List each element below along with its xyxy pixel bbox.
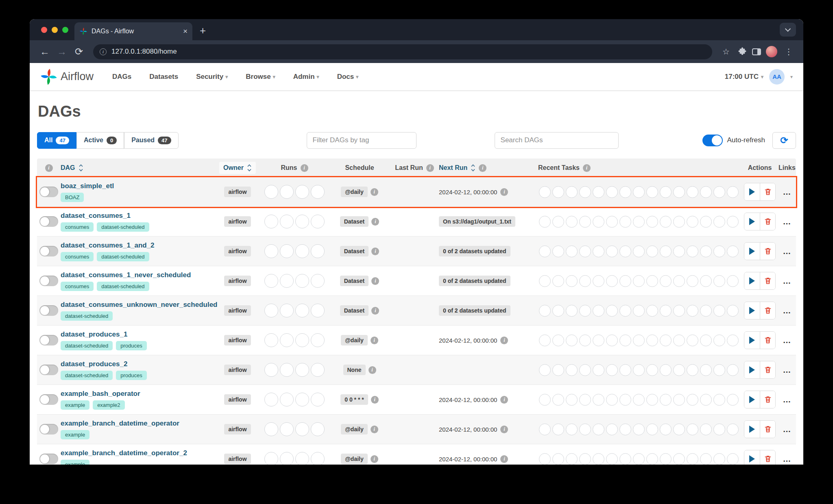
dag-tag[interactable]: dataset-scheduled	[97, 252, 149, 261]
recent-task-circle[interactable]	[727, 364, 739, 376]
recent-task-circle[interactable]	[646, 186, 658, 198]
recent-task-circle[interactable]	[579, 275, 591, 287]
recent-task-circle[interactable]	[687, 275, 698, 287]
dag-pause-toggle[interactable]	[39, 424, 58, 434]
trigger-dag-button[interactable]	[744, 302, 760, 319]
dag-link[interactable]: boaz_simple_etl	[61, 182, 114, 190]
site-info-icon[interactable]: i	[100, 48, 107, 55]
run-status-circle[interactable]	[295, 452, 309, 465]
recent-task-circle[interactable]	[633, 424, 645, 435]
recent-task-circle[interactable]	[552, 364, 564, 376]
recent-task-circle[interactable]	[646, 335, 658, 346]
links-menu[interactable]: …	[783, 276, 792, 286]
run-status-circle[interactable]	[311, 274, 325, 288]
recent-task-circle[interactable]	[687, 245, 698, 257]
recent-task-circle[interactable]	[593, 275, 604, 287]
run-status-circle[interactable]	[311, 215, 325, 228]
nav-item-browse[interactable]: Browse▾	[246, 73, 275, 81]
run-status-circle[interactable]	[295, 244, 309, 258]
info-icon[interactable]: i	[369, 366, 376, 374]
recent-task-circle[interactable]	[606, 245, 618, 257]
recent-task-circle[interactable]	[700, 364, 712, 376]
recent-task-circle[interactable]	[606, 424, 618, 435]
delete-dag-button[interactable]	[760, 450, 775, 465]
dag-pause-toggle[interactable]	[39, 187, 58, 197]
info-icon[interactable]: i	[371, 307, 379, 315]
recent-task-circle[interactable]	[687, 335, 698, 346]
info-icon[interactable]: i	[500, 426, 508, 433]
info-icon[interactable]: i	[371, 188, 378, 196]
dag-pause-toggle[interactable]	[39, 305, 58, 316]
dag-link[interactable]: dataset_consumes_unknown_never_scheduled	[61, 301, 217, 309]
recent-task-circle[interactable]	[660, 364, 672, 376]
recent-task-circle[interactable]	[660, 186, 672, 198]
delete-dag-button[interactable]	[760, 183, 775, 200]
recent-task-circle[interactable]	[713, 394, 725, 406]
recent-task-circle[interactable]	[539, 186, 551, 198]
chevron-down-icon[interactable]: ▾	[790, 74, 793, 80]
recent-task-circle[interactable]	[552, 335, 564, 346]
dag-link[interactable]: dataset_consumes_1	[61, 212, 131, 220]
recent-task-circle[interactable]	[727, 394, 739, 406]
recent-task-circle[interactable]	[619, 186, 631, 198]
dag-pause-toggle[interactable]	[39, 276, 58, 286]
info-icon[interactable]: i	[500, 396, 508, 404]
recent-task-circle[interactable]	[646, 245, 658, 257]
info-icon[interactable]: i	[500, 455, 508, 463]
info-icon[interactable]: i	[371, 248, 379, 255]
recent-task-circle[interactable]	[619, 364, 631, 376]
new-tab-button[interactable]: +	[200, 24, 206, 37]
recent-task-circle[interactable]	[687, 305, 698, 317]
recent-task-circle[interactable]	[646, 364, 658, 376]
recent-task-circle[interactable]	[552, 453, 564, 465]
recent-task-circle[interactable]	[566, 394, 578, 406]
dag-tag[interactable]: consumes	[61, 222, 94, 232]
recent-task-circle[interactable]	[606, 394, 618, 406]
trigger-dag-button[interactable]	[744, 421, 760, 438]
recent-task-circle[interactable]	[673, 245, 685, 257]
recent-task-circle[interactable]	[539, 216, 551, 228]
recent-task-circle[interactable]	[700, 335, 712, 346]
recent-task-circle[interactable]	[633, 245, 645, 257]
recent-task-circle[interactable]	[593, 216, 604, 228]
run-status-circle[interactable]	[264, 274, 278, 288]
recent-task-circle[interactable]	[633, 216, 645, 228]
recent-task-circle[interactable]	[566, 245, 578, 257]
dag-pause-toggle[interactable]	[39, 394, 58, 405]
side-panel-icon[interactable]	[752, 48, 761, 55]
links-menu[interactable]: …	[783, 454, 792, 464]
recent-task-circle[interactable]	[606, 453, 618, 465]
url-text[interactable]: 127.0.0.1:8080/home	[111, 48, 177, 56]
run-status-circle[interactable]	[295, 215, 309, 228]
recent-task-circle[interactable]	[539, 305, 551, 317]
browser-profile-avatar[interactable]	[766, 46, 777, 57]
recent-task-circle[interactable]	[660, 335, 672, 346]
links-menu[interactable]: …	[783, 365, 792, 375]
run-status-circle[interactable]	[311, 363, 325, 377]
recent-task-circle[interactable]	[646, 305, 658, 317]
recent-task-circle[interactable]	[633, 453, 645, 465]
delete-dag-button[interactable]	[760, 361, 775, 378]
recent-task-circle[interactable]	[579, 245, 591, 257]
delete-dag-button[interactable]	[760, 302, 775, 319]
browser-menu-kebab-icon[interactable]: ⋮	[782, 47, 795, 56]
recent-task-circle[interactable]	[579, 394, 591, 406]
recent-task-circle[interactable]	[713, 364, 725, 376]
recent-task-circle[interactable]	[673, 335, 685, 346]
delete-dag-button[interactable]	[760, 421, 775, 438]
recent-task-circle[interactable]	[660, 245, 672, 257]
links-menu[interactable]: …	[783, 395, 792, 404]
recent-task-circle[interactable]	[539, 335, 551, 346]
sort-header-dag[interactable]: DAG	[61, 164, 215, 172]
recent-task-circle[interactable]	[552, 245, 564, 257]
recent-task-circle[interactable]	[713, 305, 725, 317]
recent-task-circle[interactable]	[619, 424, 631, 435]
recent-task-circle[interactable]	[579, 424, 591, 435]
auto-refresh-toggle[interactable]	[702, 135, 723, 146]
clock-dropdown[interactable]: 17:00 UTC ▾	[725, 73, 763, 81]
run-status-circle[interactable]	[280, 333, 294, 347]
recent-task-circle[interactable]	[566, 216, 578, 228]
delete-dag-button[interactable]	[760, 272, 775, 289]
run-status-circle[interactable]	[311, 244, 325, 258]
dag-tag[interactable]: produces	[116, 371, 146, 380]
